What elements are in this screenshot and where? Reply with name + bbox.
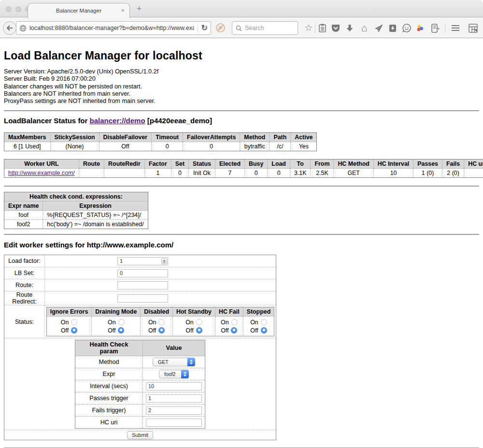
radio-ignore-errors-on[interactable] xyxy=(71,319,77,325)
cell-worker-url: http://www.example.com/ xyxy=(4,169,79,178)
tab-groups-icon[interactable] xyxy=(468,23,478,33)
header-cell: Factor xyxy=(144,159,171,169)
divider xyxy=(4,234,479,235)
radio-draining-mode-on[interactable] xyxy=(118,319,125,325)
search-bar[interactable]: Search xyxy=(232,21,298,35)
header-cell: Load xyxy=(268,159,290,169)
radio-stopped-off[interactable] xyxy=(261,327,267,333)
cell-expression: %{REQUEST_STATUS} =~ /^[234]/ xyxy=(43,211,148,220)
globe-icon xyxy=(19,25,27,32)
radio-draining-mode-off[interactable] xyxy=(118,327,124,333)
new-tab-button[interactable]: + xyxy=(134,4,144,14)
route-redirect-input[interactable] xyxy=(117,294,168,303)
save-to-device-icon[interactable] xyxy=(387,23,398,33)
radio-disabled-off[interactable] xyxy=(158,327,165,333)
passes-input[interactable] xyxy=(146,394,202,403)
radio-off-label: Off xyxy=(221,327,228,334)
expr-select[interactable]: foof2 xyxy=(159,370,189,378)
form-row-submit: Submit xyxy=(4,430,276,440)
menu-hamburger-icon[interactable] xyxy=(450,23,461,33)
load-factor-label: Load factor: xyxy=(4,255,45,267)
number-spinner-icon[interactable] xyxy=(161,258,167,264)
radio-on-label: On xyxy=(108,319,116,326)
cell-routeredir xyxy=(104,169,145,178)
table-header-row: Expr name Expression xyxy=(4,202,148,211)
radio-on-label: On xyxy=(185,319,194,326)
table-title-row: Health check cond. expressions: xyxy=(4,192,148,202)
close-window-icon[interactable] xyxy=(6,6,12,12)
cell-hc-method: GET xyxy=(334,169,373,178)
home-icon[interactable]: ⌂ xyxy=(359,23,369,33)
lb-set-input[interactable] xyxy=(117,269,168,277)
method-label: Method xyxy=(75,356,143,368)
radio-ignore-errors-off[interactable] xyxy=(71,327,77,333)
radio-hc-fail-off[interactable] xyxy=(231,327,237,333)
download-arrow-icon[interactable] xyxy=(344,23,355,33)
overflow-caret-icon[interactable]: ▾ xyxy=(438,27,440,31)
method-select-value: GET xyxy=(158,359,169,365)
radio-hc-fail-on[interactable] xyxy=(231,319,238,325)
radio-on-label: On xyxy=(148,319,156,326)
hc-row-interval: Interval (secs) xyxy=(75,380,205,392)
minimize-window-icon[interactable] xyxy=(15,6,21,12)
table-header-row: Worker URL Route RouteRedir Factor Set S… xyxy=(4,159,483,169)
titlebar: Balancer Manager × + xyxy=(0,0,483,17)
header-cell: Hot Standby xyxy=(172,307,215,317)
send-page-icon[interactable] xyxy=(373,23,384,33)
header-cell: Health Check param xyxy=(75,340,143,356)
form-row-load-factor: Load factor: xyxy=(4,255,276,267)
radio-hot-standby-off[interactable] xyxy=(196,327,202,333)
interval-input[interactable] xyxy=(146,382,202,390)
back-button[interactable] xyxy=(3,21,16,35)
radio-off-label: Off xyxy=(250,327,258,334)
interval-label: Interval (secs) xyxy=(75,380,143,392)
pocket-icon[interactable] xyxy=(330,23,341,33)
hc-row-passes: Passes trigger xyxy=(75,392,205,405)
close-tab-icon[interactable]: × xyxy=(121,7,125,14)
cell-hc-interval: 10 xyxy=(373,169,413,178)
status-cell-hc-fail: On Off xyxy=(215,317,243,336)
worker-settings-form: Load factor: LB Set: Route: xyxy=(4,255,276,440)
hc-uri-input[interactable] xyxy=(146,419,202,427)
health-check-params-table: Health Check param Value Method GET xyxy=(75,340,205,429)
worker-url-link[interactable]: http://www.example.com/ xyxy=(8,170,75,176)
bookmark-star-icon[interactable]: ☆ xyxy=(303,23,314,33)
header-cell: StickySession xyxy=(50,133,99,142)
form-row-health-check: Health Check param Value Method GET xyxy=(4,338,276,430)
radio-hot-standby-on[interactable] xyxy=(196,319,202,325)
submit-button[interactable]: Submit xyxy=(127,431,153,439)
cell-elected: 7 xyxy=(215,169,244,178)
form-row-route-redirect: Route Redirect: xyxy=(4,291,276,305)
reload-icon[interactable]: ↻ xyxy=(201,24,208,32)
form-row-status: Status: Ignore Errors Draining Mode Disa… xyxy=(4,305,276,338)
content-blocked-icon[interactable] xyxy=(215,23,226,33)
radio-disabled-on[interactable] xyxy=(158,319,165,325)
load-factor-input[interactable] xyxy=(117,257,168,265)
cell-factor: 1 xyxy=(144,169,171,178)
url-bar[interactable]: localhost:8880/balancer-manager?b=demo&w… xyxy=(16,21,211,35)
header-cell: Route xyxy=(79,159,104,169)
hc-uri-label: HC uri xyxy=(75,417,143,429)
route-input[interactable] xyxy=(117,281,168,289)
header-cell: MaxMembers xyxy=(4,133,51,142)
radio-stopped-on[interactable] xyxy=(261,319,267,325)
status-radios-table: Ignore Errors Draining Mode Disabled Hot… xyxy=(46,307,274,336)
cell-status: Init Ok xyxy=(189,169,215,178)
status-cell-disabled: On Off xyxy=(141,317,173,336)
header-cell: Value xyxy=(143,340,205,356)
reading-list-icon[interactable] xyxy=(317,23,327,33)
fails-input[interactable] xyxy=(146,406,202,415)
cell-from: 2.5K xyxy=(311,169,334,178)
hc-row-expr: Expr foof2 xyxy=(75,368,205,380)
cell-set: 0 xyxy=(171,169,188,178)
tab-balancer-manager[interactable]: Balancer Manager × xyxy=(28,3,130,18)
page-content: Load Balancer Manager for localhost Serv… xyxy=(0,39,483,448)
forum-smiley-icon[interactable] xyxy=(401,23,412,33)
colored-dots-icon[interactable] xyxy=(415,23,426,33)
load-factor-stepper[interactable] xyxy=(117,257,168,265)
select-stepper-icon xyxy=(181,370,189,378)
balancer-params-table: MaxMembers StickySession DisableFailover… xyxy=(4,132,317,151)
url-text[interactable]: localhost:8880/balancer-manager?b=demo&w… xyxy=(29,25,194,31)
method-select[interactable]: GET xyxy=(153,358,195,366)
balancer-demo-link[interactable]: balancer://demo xyxy=(90,116,145,125)
